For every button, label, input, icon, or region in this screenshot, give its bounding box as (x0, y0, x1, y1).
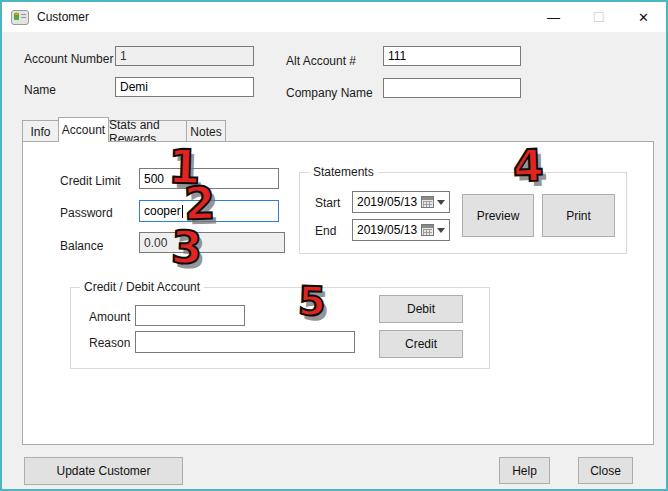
debit-button[interactable]: Debit (379, 295, 463, 323)
tab-info[interactable]: Info (22, 120, 59, 142)
name-label: Name (24, 83, 56, 97)
app-icon (11, 10, 29, 25)
name-value: Demi (120, 80, 148, 94)
titlebar: Customer — ☐ ✕ (2, 2, 666, 32)
statements-title: Statements (309, 165, 378, 179)
alt-account-value: 111 (388, 49, 406, 63)
reason-label: Reason (89, 336, 130, 350)
credit-debit-title: Credit / Debit Account (80, 280, 204, 294)
update-customer-button[interactable]: Update Customer (24, 457, 183, 485)
balance-value: 0.00 (144, 236, 167, 250)
annotation-4: 4 (512, 143, 544, 188)
calendar-icon (421, 196, 434, 208)
name-field[interactable]: Demi (115, 77, 254, 97)
preview-button[interactable]: Preview (462, 194, 534, 237)
balance-field: 0.00 (139, 232, 285, 253)
calendar-icon (421, 224, 434, 236)
credit-button[interactable]: Credit (379, 330, 463, 358)
company-name-label: Company Name (286, 86, 373, 100)
password-value: cooper (144, 204, 181, 218)
account-number-field: 1 (115, 46, 254, 66)
end-date-value: 2019/05/13 (357, 223, 421, 237)
credit-limit-value: 500 (144, 172, 164, 186)
balance-label: Balance (60, 239, 103, 253)
text-cursor (182, 205, 183, 218)
reason-field[interactable] (135, 331, 355, 353)
alt-account-label: Alt Account # (286, 54, 356, 68)
dropdown-arrow-icon[interactable] (437, 200, 445, 205)
annotation-2: 2 (183, 180, 216, 226)
annotation-3: 3 (170, 224, 203, 270)
credit-limit-label: Credit Limit (60, 174, 121, 188)
print-button[interactable]: Print (542, 194, 615, 237)
dropdown-arrow-icon[interactable] (437, 228, 445, 233)
account-number-value: 1 (120, 49, 127, 63)
close-icon[interactable]: ✕ (621, 2, 666, 32)
start-date-picker[interactable]: 2019/05/13 (352, 191, 450, 213)
app-icon-detail (21, 14, 26, 15)
minimize-button[interactable]: — (531, 2, 576, 32)
alt-account-field[interactable]: 111 (383, 46, 521, 66)
password-label: Password (60, 206, 113, 220)
caption-buttons: — ☐ ✕ (531, 2, 666, 32)
maximize-button: ☐ (576, 2, 621, 32)
amount-field[interactable] (135, 305, 245, 326)
start-date-value: 2019/05/13 (357, 195, 421, 209)
account-number-label: Account Number (24, 52, 113, 66)
customer-window: Customer — ☐ ✕ Account Number 1 Name Dem… (0, 0, 668, 491)
end-label: End (315, 224, 336, 238)
window-title: Customer (37, 10, 89, 24)
start-label: Start (315, 196, 340, 210)
close-button[interactable]: Close (578, 457, 633, 484)
help-button[interactable]: Help (499, 457, 550, 484)
end-date-picker[interactable]: 2019/05/13 (352, 219, 450, 241)
company-name-field[interactable] (383, 78, 521, 98)
annotation-5: 5 (297, 281, 326, 322)
amount-label: Amount (89, 310, 130, 324)
tab-account[interactable]: Account (58, 117, 109, 142)
app-icon-detail (15, 12, 18, 15)
